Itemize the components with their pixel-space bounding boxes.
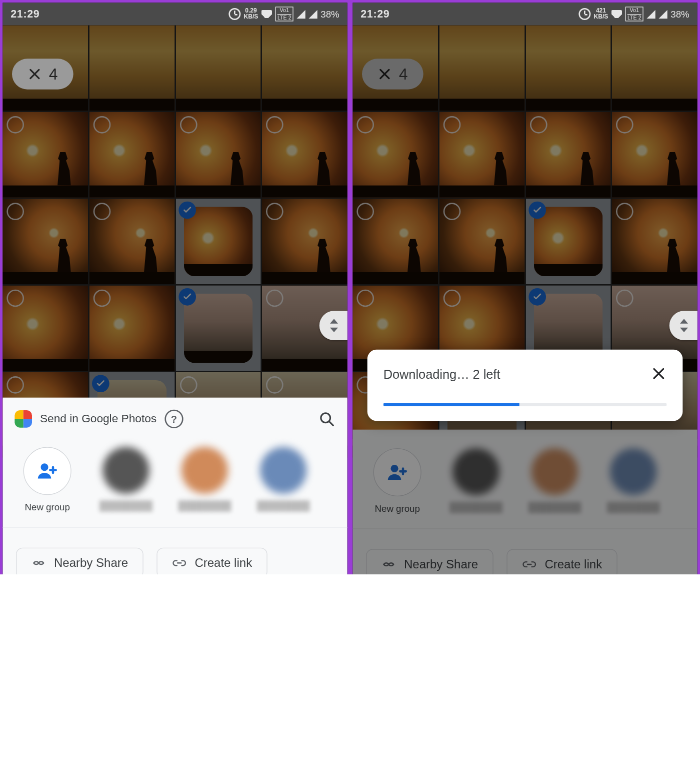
nearby-share-icon	[382, 557, 396, 571]
signal-2-icon	[658, 10, 667, 18]
net-speed: 421KB/S	[594, 8, 608, 20]
net-speed: 0.29KB/S	[244, 8, 258, 20]
create-link-button[interactable]: Create link	[506, 549, 617, 574]
contact-3[interactable]: ████████	[604, 448, 664, 514]
google-photos-icon	[14, 410, 32, 428]
svg-point-2	[40, 463, 48, 471]
selection-pill[interactable]: 4	[12, 59, 74, 89]
contacts-row[interactable]: New group ████████ ████████ ████████	[2, 438, 347, 527]
share-sheet: Send in Google Photos ? New group ██████…	[2, 398, 347, 575]
download-close-button[interactable]	[650, 366, 666, 384]
new-group-button[interactable]: New group	[18, 447, 78, 512]
contact-2[interactable]: ████████	[524, 448, 584, 514]
link-icon	[172, 556, 186, 570]
status-bar: 21:29 421KB/S Vo1LTE 2 38%	[352, 3, 697, 25]
alarm-icon	[578, 8, 590, 20]
contact-1[interactable]: ████████	[96, 447, 156, 512]
svg-line-1	[329, 421, 333, 425]
contact-3[interactable]: ████████	[254, 447, 314, 512]
close-icon	[650, 366, 666, 382]
status-bar: 21:29 0.29KB/S Vo1LTE 2 38%	[2, 3, 347, 25]
signal-1-icon	[296, 10, 305, 18]
lte-icon: Vo1LTE 2	[626, 7, 644, 22]
status-time: 21:29	[10, 8, 40, 20]
new-group-icon	[24, 447, 72, 495]
photo-grid[interactable]: 4	[2, 26, 347, 399]
fast-scroll-handle[interactable]	[320, 311, 349, 340]
alarm-icon	[228, 8, 240, 20]
selection-count: 4	[399, 65, 408, 83]
fast-scroll-handle[interactable]	[670, 311, 699, 340]
nearby-share-button[interactable]: Nearby Share	[366, 549, 494, 574]
svg-point-4	[390, 465, 398, 472]
nearby-share-button[interactable]: Nearby Share	[16, 548, 144, 575]
download-message: Downloading… 2 left	[384, 368, 500, 382]
nearby-share-icon	[32, 556, 46, 570]
contact-2[interactable]: ████████	[174, 447, 234, 512]
contacts-row[interactable]: New group ████████ ████████ ████████	[352, 439, 697, 528]
download-dialog: Downloading… 2 left	[368, 350, 683, 421]
close-icon[interactable]	[378, 67, 392, 81]
lte-icon: Vo1LTE 2	[276, 7, 294, 22]
signal-2-icon	[308, 10, 317, 18]
phone-left: 21:29 0.29KB/S Vo1LTE 2 38%	[0, 0, 350, 574]
signal-1-icon	[646, 10, 655, 18]
phone-right: 21:29 421KB/S Vo1LTE 2 38% 4	[350, 0, 700, 574]
new-group-button[interactable]: New group	[368, 448, 428, 514]
new-group-icon	[374, 448, 422, 496]
selection-count: 4	[49, 65, 58, 83]
battery-text: 38%	[320, 9, 339, 19]
create-link-button[interactable]: Create link	[156, 548, 267, 575]
wifi-icon	[262, 10, 272, 18]
wifi-icon	[612, 10, 622, 18]
selection-pill[interactable]: 4	[362, 59, 424, 89]
help-icon[interactable]: ?	[164, 410, 183, 428]
status-time: 21:29	[360, 8, 390, 20]
share-title: Send in Google Photos	[40, 412, 156, 426]
share-sheet: New group ████████ ████████ ████████ Nea…	[352, 430, 697, 575]
link-icon	[522, 557, 536, 571]
battery-text: 38%	[670, 9, 689, 19]
download-progress-bar	[384, 403, 667, 406]
close-icon[interactable]	[28, 67, 42, 81]
contact-1[interactable]: ████████	[446, 448, 506, 514]
search-icon[interactable]	[318, 410, 336, 428]
